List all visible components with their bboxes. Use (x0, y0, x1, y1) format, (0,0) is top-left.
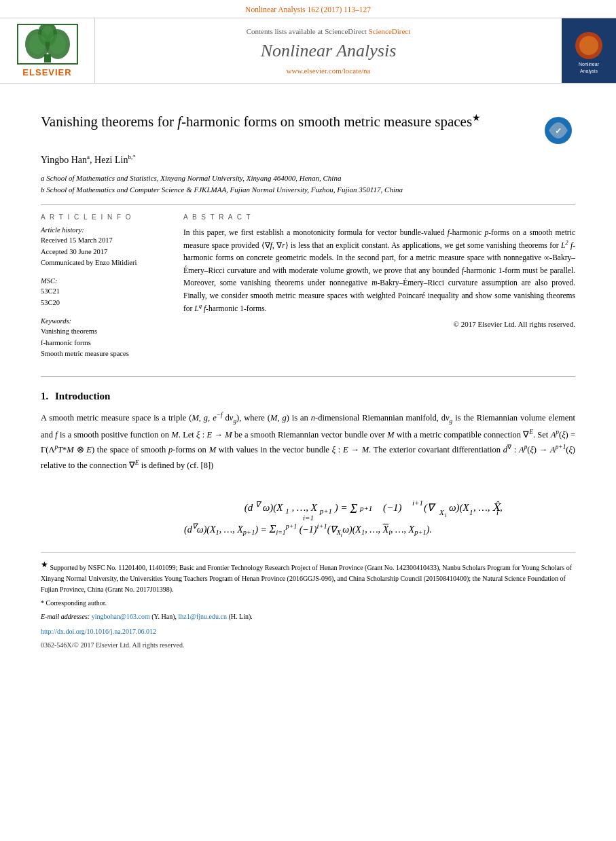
article-info-title: A R T I C L E I N F O (41, 213, 170, 221)
doi-link[interactable]: http://dx.doi.org/10.1016/j.na.2017.06.0… (41, 628, 156, 635)
journal-citation: Nonlinear Analysis 162 (2017) 113–127 (0, 0, 616, 18)
msc-2: 53C20 (41, 298, 170, 309)
footnote-star-note: ★ Supported by NSFC No. 11201400, 114010… (41, 558, 575, 595)
journal-url: www.elsevier.com/locate/na (287, 67, 371, 75)
history-label: Article history: (41, 226, 170, 234)
keywords-label: Keywords: (41, 317, 170, 325)
title-suffix: -harmonic forms on smooth metric measure… (181, 113, 472, 130)
journal-citation-text: Nonlinear Analysis 162 (2017) 113–127 (245, 5, 371, 14)
journal-badge-section: Nonlinear Analysis (562, 18, 616, 83)
msc-block: MSC: 53C21 53C20 (41, 277, 170, 309)
abstract-copyright: © 2017 Elsevier Ltd. All rights reserved… (183, 320, 575, 328)
svg-text:✓: ✓ (555, 126, 562, 136)
affiliation-1: a School of Mathematics and Statistics, … (41, 173, 575, 185)
history-block: Article history: Received 15 March 2017 … (41, 226, 170, 269)
svg-text:X: X (439, 508, 445, 516)
svg-point-6 (41, 26, 54, 42)
footnote-email1-name: (Y. Han), (151, 613, 177, 620)
svg-text:ω)(X: ω)(X (449, 502, 470, 514)
author1-name: Yingbo Han (41, 155, 87, 165)
abstract-p-forms: p (485, 228, 489, 236)
elsevier-brand-text: ELSEVIER (22, 67, 71, 77)
communicated-by: Communicated by Enzo Mitidieri (41, 257, 170, 269)
elsevier-logo-section: ELSEVIER (0, 18, 95, 83)
svg-point-10 (579, 36, 598, 55)
sciencedirect-link[interactable]: ScienceDirect (369, 27, 411, 35)
footnote-email-label: E-mail addresses: (41, 613, 90, 620)
msc-1: 53C21 (41, 286, 170, 298)
svg-text:i+1: i+1 (412, 499, 423, 507)
footnote-corresponding-text: * Corresponding author. (41, 599, 107, 607)
title-star: ★ (472, 113, 481, 123)
msc-label: MSC: (41, 277, 170, 285)
keyword-3: Smooth metric measure spaces (41, 348, 170, 360)
article-body: A R T I C L E I N F O Article history: R… (41, 213, 575, 368)
svg-text:i: i (445, 512, 447, 518)
svg-text:Analysis: Analysis (580, 69, 598, 74)
svg-text:1: 1 (469, 508, 473, 516)
footnote-star-symbol: ★ (41, 560, 48, 569)
author2-name: , Hezi Lin (90, 155, 128, 165)
section-title-text: Introduction (55, 391, 110, 401)
title-section: Vanishing theorems for f-harmonic forms … (41, 112, 575, 196)
abstract-text: In this paper, we first establish a mono… (183, 226, 575, 315)
crossmark-badge: ✓ (541, 115, 575, 145)
journal-badge: Nonlinear Analysis (566, 24, 612, 78)
footnote-email2-link[interactable]: lhz1@fjnu.edu.cn (179, 613, 227, 620)
footnote-email1-link[interactable]: yingbohan@163.com (92, 613, 150, 620)
article-title: Vanishing theorems for f-harmonic forms … (41, 112, 531, 131)
keywords-block: Keywords: Vanishing theorems f-harmonic … (41, 317, 170, 360)
svg-text:i: i (496, 508, 499, 516)
title-row: Vanishing theorems for f-harmonic forms … (41, 112, 575, 145)
footnote-doi-line: http://dx.doi.org/10.1016/j.na.2017.06.0… (41, 626, 575, 637)
svg-text:Nonlinear: Nonlinear (579, 62, 600, 67)
elsevier-tree-icon (17, 24, 78, 65)
keyword-2: f-harmonic forms (41, 338, 170, 349)
author2-sup: b,* (128, 154, 135, 160)
keyword-1: Vanishing theorems (41, 326, 170, 338)
affiliations: a School of Mathematics and Statistics, … (41, 173, 575, 196)
main-content: Vanishing theorems for f-harmonic forms … (0, 84, 616, 664)
article-info-column: A R T I C L E I N F O Article history: R… (41, 213, 170, 368)
divider-2 (41, 376, 575, 377)
affiliation-2: b School of Mathematics and Computer Sci… (41, 184, 575, 196)
svg-text:i=1: i=1 (303, 514, 314, 522)
formula-svg: (d ∇ ω)(X 1 , …, X p+1 ) = Σ p+1 i=1 (−1… (111, 485, 505, 526)
footnotes-section: ★ Supported by NSFC No. 11201400, 114010… (41, 552, 575, 651)
footnote-email2-name: (H. Lin). (228, 613, 252, 620)
received-date: Received 15 March 2017 (41, 235, 170, 247)
svg-text:(−1): (−1) (383, 502, 402, 514)
journal-title: Nonlinear Analysis (261, 41, 397, 61)
copyright-footer: 0362-546X/© 2017 Elsevier Ltd. All right… (41, 640, 575, 651)
abstract-f-harmonic: f (448, 228, 450, 236)
divider-1 (41, 204, 575, 205)
journal-center-info: Contents lists available at ScienceDirec… (95, 18, 562, 83)
elsevier-logo: ELSEVIER (17, 24, 78, 77)
formula-block: (d ∇ ω)(X 1 , …, X p+1 ) = Σ p+1 i=1 (−1… (41, 485, 575, 539)
intro-paragraph-1: A smooth metric measure space is a tripl… (41, 410, 575, 473)
journal-badge-icon: Nonlinear Analysis (568, 25, 610, 76)
authors-section: Yingbo Hana, Hezi Linb,* (41, 154, 575, 166)
svg-text:(∇: (∇ (424, 502, 436, 514)
title-prefix: Vanishing theorems for (41, 113, 177, 130)
sciencedirect-label: Contents lists available at ScienceDirec… (247, 27, 367, 35)
footnote-email-line: E-mail addresses: yingbohan@163.com (Y. … (41, 611, 575, 622)
crossmark-icon: ✓ (543, 115, 573, 145)
abstract-column: A B S T R A C T In this paper, we first … (183, 213, 575, 368)
journal-header: ELSEVIER Contents lists available at Sci… (0, 18, 616, 84)
svg-text:, …,: , …, (500, 502, 505, 513)
footnote-funding-text: Supported by NSFC No. 11201400, 11401099… (41, 564, 572, 593)
accepted-date: Accepted 30 June 2017 (41, 247, 170, 258)
sciencedirect-text: Contents lists available at ScienceDirec… (247, 27, 411, 35)
abstract-title: A B S T R A C T (183, 213, 575, 221)
intro-section-title: 1. Introduction (41, 391, 575, 402)
section-number: 1. (41, 391, 48, 401)
page: Nonlinear Analysis 162 (2017) 113–127 (0, 0, 616, 841)
footnote-corresponding: * Corresponding author. (41, 598, 575, 609)
